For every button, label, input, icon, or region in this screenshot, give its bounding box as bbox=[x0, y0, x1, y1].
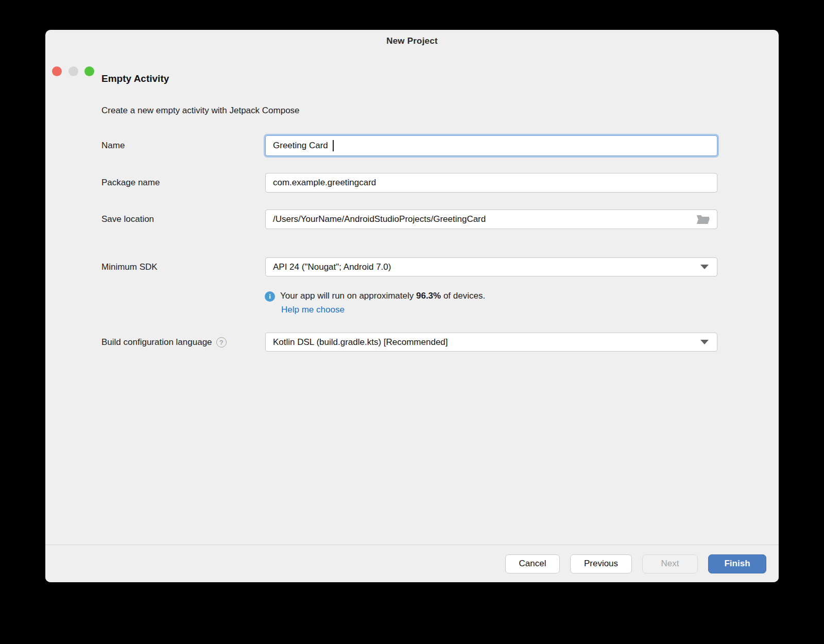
build-config-value: Kotlin DSL (build.gradle.kts) [Recommend… bbox=[273, 337, 700, 347]
package-name-value: com.example.greetingcard bbox=[273, 178, 710, 188]
page-subtitle: Create a new empty activity with Jetpack… bbox=[101, 106, 300, 116]
minimum-sdk-select[interactable]: API 24 ("Nougat"; Android 7.0) bbox=[265, 257, 717, 276]
build-config-label: Build configuration language ? bbox=[101, 337, 227, 347]
cancel-button[interactable]: Cancel bbox=[505, 554, 560, 573]
footer: Cancel Previous Next Finish bbox=[45, 545, 779, 582]
build-config-select[interactable]: Kotlin DSL (build.gradle.kts) [Recommend… bbox=[265, 333, 717, 352]
save-location-label: Save location bbox=[101, 214, 154, 224]
help-icon[interactable]: ? bbox=[216, 337, 227, 347]
close-button[interactable] bbox=[52, 66, 62, 76]
sdk-coverage-note: i Your app will run on approximately 96.… bbox=[265, 291, 485, 302]
save-location-value: /Users/YourName/AndroidStudioProjects/Gr… bbox=[273, 214, 696, 224]
page-title: Empty Activity bbox=[101, 73, 169, 84]
help-me-choose-link[interactable]: Help me choose bbox=[281, 305, 345, 315]
minimum-sdk-value: API 24 ("Nougat"; Android 7.0) bbox=[273, 262, 700, 272]
chevron-down-icon bbox=[700, 265, 709, 269]
sdk-coverage-text: Your app will run on approximately 96.3%… bbox=[280, 291, 485, 301]
chevron-down-icon bbox=[700, 340, 709, 344]
finish-button[interactable]: Finish bbox=[708, 554, 766, 573]
sdk-coverage-percent: 96.3% bbox=[416, 291, 441, 301]
name-label: Name bbox=[101, 141, 125, 151]
info-icon: i bbox=[265, 291, 275, 302]
name-input[interactable]: Greeting Card bbox=[265, 135, 717, 156]
minimize-button bbox=[68, 66, 78, 76]
next-button: Next bbox=[642, 554, 698, 573]
titlebar: New Project bbox=[45, 30, 779, 53]
text-caret bbox=[333, 140, 334, 151]
minimum-sdk-label: Minimum SDK bbox=[101, 262, 158, 272]
new-project-dialog: New Project Empty Activity Create a new … bbox=[45, 30, 779, 582]
package-name-input[interactable]: com.example.greetingcard bbox=[265, 173, 717, 193]
zoom-button[interactable] bbox=[84, 66, 94, 76]
browse-folder-icon[interactable] bbox=[696, 214, 710, 225]
save-location-input[interactable]: /Users/YourName/AndroidStudioProjects/Gr… bbox=[265, 210, 717, 229]
package-name-label: Package name bbox=[101, 178, 160, 188]
previous-button[interactable]: Previous bbox=[570, 554, 632, 573]
window-title: New Project bbox=[45, 30, 779, 53]
name-input-value: Greeting Card bbox=[273, 141, 710, 151]
